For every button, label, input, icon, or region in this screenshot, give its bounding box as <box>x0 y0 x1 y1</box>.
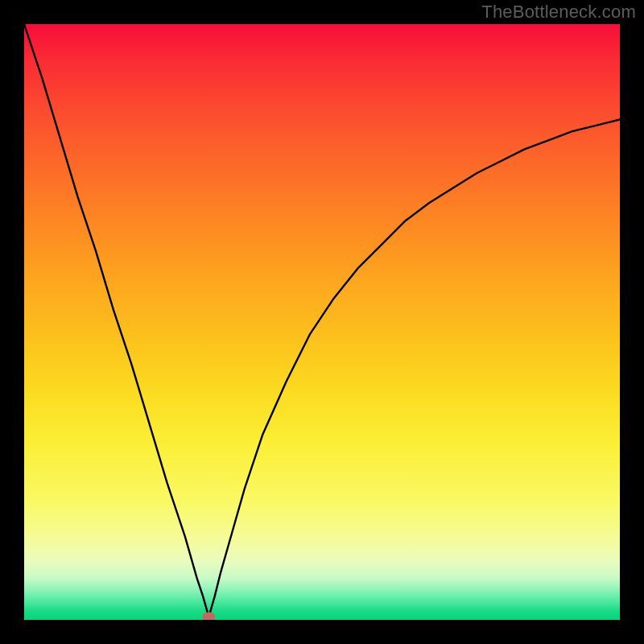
curve-minimum-marker <box>202 612 215 620</box>
chart-svg <box>24 24 620 620</box>
chart-frame: TheBottleneck.com <box>0 0 644 644</box>
bottleneck-curve <box>24 24 620 617</box>
watermark-text: TheBottleneck.com <box>481 2 636 23</box>
plot-area <box>24 24 620 620</box>
